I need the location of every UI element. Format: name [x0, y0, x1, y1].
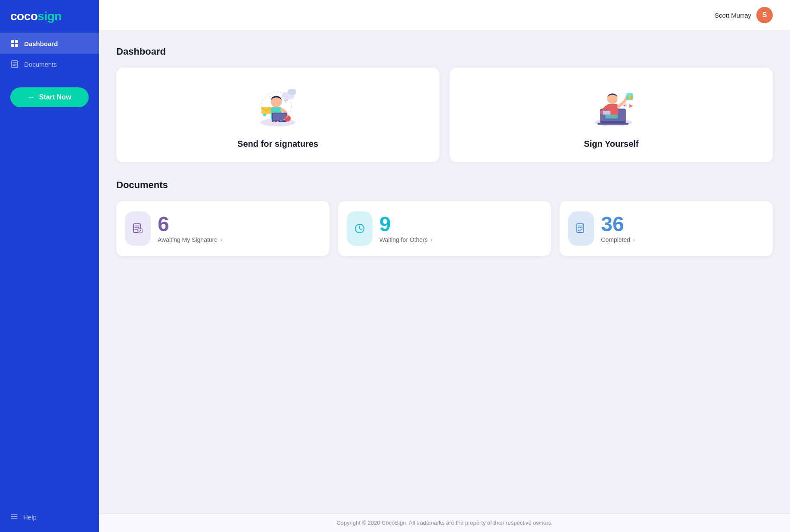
send-signatures-card[interactable]: Send for signatures: [116, 68, 439, 162]
svg-line-41: [360, 229, 361, 230]
avatar: S: [756, 7, 773, 23]
help-item[interactable]: Help: [10, 513, 89, 522]
arrow-right-icon: →: [28, 93, 35, 101]
completed-stat-info: 36 Completed ›: [601, 214, 634, 243]
logo-area: cocosign: [0, 0, 99, 33]
completed-label: Completed: [601, 236, 630, 243]
svg-text:👍: 👍: [628, 94, 633, 99]
main-content: Scott Murray S Dashboard: [99, 0, 790, 532]
awaiting-icon-wrap: [125, 211, 151, 246]
svg-point-19: [284, 115, 291, 122]
svg-rect-0: [11, 40, 14, 43]
footer: Copyright © 2020 CocoSign. All trademark…: [99, 513, 790, 532]
waiting-others-card[interactable]: 9 Waiting for Others ›: [338, 201, 551, 256]
waiting-label-row: Waiting for Others ›: [379, 236, 432, 243]
sign-illustration: 👍 ♥: [581, 83, 641, 130]
waiting-count: 9: [379, 214, 432, 235]
svg-rect-1: [15, 40, 18, 43]
svg-text:♥: ♥: [624, 104, 625, 107]
waiting-label: Waiting for Others: [379, 236, 428, 243]
awaiting-stat-info: 6 Awaiting My Signature ›: [158, 214, 222, 243]
waiting-stat-info: 9 Waiting for Others ›: [379, 214, 432, 243]
sidebar: cocosign Dashboard Documents → Start N: [0, 0, 99, 532]
completed-icon-wrap: [568, 211, 594, 246]
svg-rect-28: [603, 111, 610, 114]
documents-icon: [10, 60, 19, 68]
logo: cocosign: [10, 9, 62, 23]
user-name: Scott Murray: [715, 12, 751, 19]
sidebar-item-documents[interactable]: Documents: [0, 54, 99, 74]
svg-rect-2: [11, 44, 14, 47]
sign-yourself-card[interactable]: 👍 ♥ Sign Yourself: [450, 68, 773, 162]
completed-label-row: Completed ›: [601, 236, 634, 243]
completed-count: 36: [601, 214, 634, 235]
awaiting-chevron: ›: [220, 236, 222, 243]
sidebar-item-dashboard-label: Dashboard: [24, 40, 58, 47]
help-icon: [10, 513, 18, 522]
svg-rect-29: [605, 114, 618, 118]
awaiting-count: 6: [158, 214, 222, 235]
awaiting-label: Awaiting My Signature: [158, 236, 218, 243]
user-info[interactable]: Scott Murray S: [715, 7, 773, 23]
help-label: Help: [23, 513, 37, 521]
svg-rect-24: [597, 123, 628, 125]
logo-sign: sign: [37, 9, 62, 23]
waiting-chevron: ›: [430, 236, 432, 243]
svg-rect-18: [288, 89, 296, 95]
waiting-icon-wrap: [347, 211, 373, 246]
start-now-label: Start Now: [39, 93, 72, 101]
sidebar-item-documents-label: Documents: [24, 61, 57, 68]
content-area: Dashboard: [99, 31, 790, 513]
completed-chevron: ›: [633, 236, 635, 243]
sidebar-item-dashboard[interactable]: Dashboard: [0, 33, 99, 54]
sign-yourself-title: Sign Yourself: [584, 139, 638, 149]
document-stat-cards: 6 Awaiting My Signature ›: [116, 201, 773, 256]
completed-card[interactable]: 36 Completed ›: [560, 201, 773, 256]
documents-title: Documents: [116, 179, 773, 191]
awaiting-signature-card[interactable]: 6 Awaiting My Signature ›: [116, 201, 330, 256]
sidebar-bottom: Help: [0, 502, 99, 532]
svg-rect-42: [577, 224, 584, 232]
header: Scott Murray S: [99, 0, 790, 31]
send-illustration: [248, 83, 308, 130]
dashboard-title: Dashboard: [116, 46, 773, 57]
logo-coco: coco: [10, 9, 37, 23]
svg-rect-16: [261, 107, 271, 114]
start-now-button[interactable]: → Start Now: [10, 87, 89, 107]
svg-rect-3: [15, 44, 18, 47]
dashboard-icon: [10, 39, 19, 48]
dashboard-cards: Send for signatures: [116, 68, 773, 162]
footer-text: Copyright © 2020 CocoSign. All trademark…: [336, 520, 553, 526]
send-signatures-title: Send for signatures: [237, 139, 318, 149]
awaiting-label-row: Awaiting My Signature ›: [158, 236, 222, 243]
